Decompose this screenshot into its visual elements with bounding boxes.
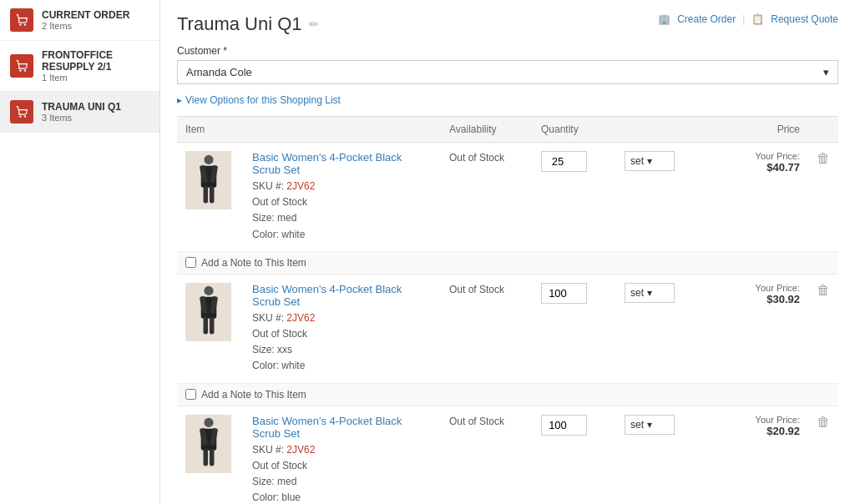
delete-item-icon[interactable]: 🗑: [817, 415, 830, 429]
page-header: Trauma Uni Q1 ✏ 🏢 Create Order | 📋 Reque…: [177, 13, 838, 35]
sidebar-item-name: FRONTOFFICE RESUPPLY 2/1: [42, 49, 149, 73]
items-tbody: Basic Women's 4-Pocket Black Scrub Set S…: [177, 143, 838, 505]
sidebar: CURRENT ORDER 2 Items FRONTOFFICE RESUPP…: [0, 0, 160, 504]
svg-rect-16: [203, 317, 208, 334]
quantity-cell: [533, 274, 616, 383]
cart-icon: [10, 100, 33, 123]
note-checkbox[interactable]: [185, 389, 196, 400]
svg-rect-22: [203, 449, 208, 466]
item-name-link[interactable]: Basic Women's 4-Pocket Black Scrub Set: [252, 151, 402, 176]
page-title: Trauma Uni Q1 ✏: [177, 13, 319, 35]
item-meta: SKU #: 2JV62 Out of Stock Size: xxs Colo…: [252, 310, 433, 375]
customer-section: Customer * Amanda Cole ▾: [177, 45, 838, 84]
note-checkbox[interactable]: [185, 257, 196, 268]
delete-item-cell: 🗑: [808, 143, 838, 252]
item-image-cell: [177, 143, 240, 252]
sku-link[interactable]: 2JV62: [286, 444, 315, 456]
note-cell: Add a Note to This Item: [177, 251, 838, 274]
divider: |: [742, 13, 745, 25]
person-figure-icon: [192, 285, 225, 339]
col-image: Item: [177, 117, 240, 143]
customer-dropdown[interactable]: Amanda Cole ▾: [177, 60, 838, 84]
unit-cell: set ▾: [616, 274, 683, 383]
col-quantity: Quantity: [533, 117, 616, 143]
cart-icon: [10, 54, 33, 78]
note-checkbox-label[interactable]: Add a Note to This Item: [185, 389, 830, 401]
quantity-input[interactable]: [541, 151, 587, 172]
col-name: [240, 117, 441, 143]
header-actions: 🏢 Create Order | 📋 Request Quote: [658, 13, 838, 25]
chevron-down-icon: ▾: [647, 287, 652, 299]
chevron-down-icon: ▾: [823, 66, 829, 78]
availability-cell: Out of Stock: [441, 274, 533, 383]
delete-item-icon[interactable]: 🗑: [817, 283, 830, 297]
item-image: [185, 283, 231, 341]
unit-dropdown[interactable]: set ▾: [625, 283, 675, 303]
item-name-link[interactable]: Basic Women's 4-Pocket Black Scrub Set: [252, 283, 402, 308]
create-order-icon: 🏢: [658, 13, 670, 25]
unit-dropdown[interactable]: set ▾: [625, 151, 675, 171]
price-cell: Your Price: $30.92: [683, 274, 808, 383]
svg-point-5: [24, 115, 26, 117]
svg-rect-17: [209, 317, 214, 334]
create-order-link[interactable]: Create Order: [677, 13, 736, 25]
item-info-cell: Basic Women's 4-Pocket Black Scrub Set S…: [240, 406, 441, 504]
note-checkbox-label[interactable]: Add a Note to This Item: [185, 257, 830, 269]
item-meta: SKU #: 2JV62 Out of Stock Size: med Colo…: [252, 179, 433, 243]
svg-point-1: [24, 23, 26, 25]
note-row: Add a Note to This Item: [177, 383, 838, 406]
quantity-input[interactable]: [541, 283, 587, 304]
svg-point-12: [204, 286, 213, 295]
availability-cell: Out of Stock: [441, 406, 533, 504]
sidebar-item-count: 2 Items: [42, 21, 129, 31]
item-image-cell: [177, 406, 240, 504]
your-price-label: Your Price:: [691, 415, 800, 425]
request-quote-link[interactable]: Request Quote: [771, 13, 838, 25]
svg-point-4: [19, 115, 21, 117]
sidebar-item-count: 1 Item: [42, 73, 149, 83]
options-link[interactable]: ▸ View Options for this Shopping List: [177, 94, 838, 106]
item-image: [185, 415, 231, 473]
svg-point-18: [204, 418, 213, 427]
note-cell: Add a Note to This Item: [177, 383, 838, 406]
sidebar-item-trauma-uni-q1[interactable]: TRAUMA UNI Q1 3 Items: [0, 92, 159, 133]
customer-name: Amanda Cole: [186, 66, 252, 78]
price-cell: Your Price: $20.92: [683, 406, 808, 504]
sidebar-item-current-order[interactable]: CURRENT ORDER 2 Items: [0, 0, 159, 41]
table-row: Basic Women's 4-Pocket Black Scrub Set S…: [177, 406, 838, 504]
item-name-link[interactable]: Basic Women's 4-Pocket Black Scrub Set: [252, 415, 402, 440]
chevron-right-icon: ▸: [177, 94, 182, 106]
price-value: $30.92: [691, 293, 800, 305]
table-row: Basic Women's 4-Pocket Black Scrub Set S…: [177, 143, 838, 252]
item-image: [185, 151, 231, 209]
delete-item-cell: 🗑: [808, 274, 838, 383]
quantity-input[interactable]: [541, 415, 587, 436]
table-header: Item Availability Quantity Price: [177, 117, 838, 143]
svg-point-2: [19, 69, 21, 71]
cart-icon: [10, 8, 33, 32]
svg-point-3: [24, 69, 26, 71]
out-of-stock-status: Out of Stock: [449, 152, 504, 164]
item-image-cell: [177, 274, 240, 383]
request-quote-icon: 📋: [751, 13, 764, 25]
your-price-label: Your Price:: [691, 151, 800, 161]
price-cell: Your Price: $40.77: [683, 143, 808, 252]
item-meta: SKU #: 2JV62 Out of Stock Size: med Colo…: [252, 442, 433, 505]
svg-rect-23: [209, 449, 214, 466]
svg-point-6: [204, 154, 213, 164]
out-of-stock-status: Out of Stock: [449, 284, 504, 295]
sidebar-item-frontoffice-resupply[interactable]: FRONTOFFICE RESUPPLY 2/1 1 Item: [0, 41, 159, 92]
unit-dropdown[interactable]: set ▾: [625, 415, 675, 435]
col-delete: [808, 117, 838, 143]
sidebar-item-name: CURRENT ORDER: [42, 9, 129, 21]
edit-icon[interactable]: ✏: [309, 18, 319, 31]
sku-link[interactable]: 2JV62: [286, 312, 315, 324]
price-value: $40.77: [691, 161, 800, 174]
quantity-cell: [533, 143, 616, 252]
main-content: Trauma Uni Q1 ✏ 🏢 Create Order | 📋 Reque…: [160, 0, 855, 504]
sidebar-item-name: TRAUMA UNI Q1: [42, 101, 121, 113]
svg-rect-10: [203, 186, 208, 203]
sku-link[interactable]: 2JV62: [286, 180, 315, 192]
delete-item-icon[interactable]: 🗑: [817, 151, 830, 165]
out-of-stock-status: Out of Stock: [449, 416, 504, 427]
